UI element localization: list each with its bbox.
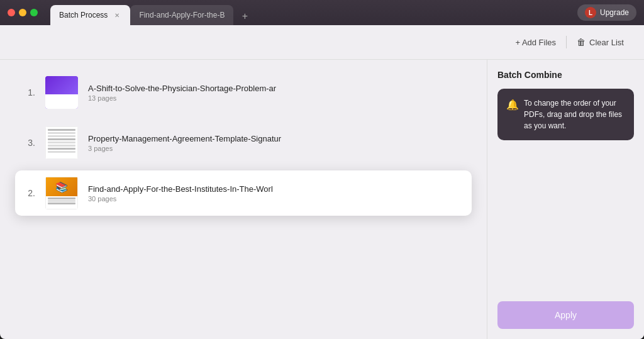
fullscreen-button[interactable] (30, 9, 38, 16)
list-item[interactable]: 1. A-Shift-to-Solve-the-Physician-Shorta… (15, 70, 472, 115)
clear-list-button[interactable]: 🗑 Clear List (569, 33, 631, 51)
tab-close-icon[interactable]: ✕ (113, 11, 121, 19)
tabs-area: Batch Process ✕ Find-and-Apply-For-the-B… (50, 0, 253, 25)
upgrade-label: Upgrade (600, 8, 629, 17)
file-list: 1. A-Shift-to-Solve-the-Physician-Shorta… (0, 60, 487, 339)
close-button[interactable] (8, 9, 15, 16)
file-pages: 30 pages (88, 195, 464, 203)
traffic-lights (8, 9, 38, 16)
file-number: 1. (23, 87, 35, 97)
file-pages: 3 pages (88, 145, 464, 152)
clear-list-label: Clear List (589, 38, 624, 47)
file-number: 3. (23, 138, 35, 148)
file-number: 2. (23, 188, 35, 198)
content-area: 1. A-Shift-to-Solve-the-Physician-Shorta… (0, 60, 644, 339)
list-item[interactable]: 3. Property-Management-Agreement-Temp (15, 120, 472, 165)
apply-button[interactable]: Apply (497, 301, 634, 329)
panel-title: Batch Combine (497, 70, 634, 80)
app-window: + Add Files 🗑 Clear List 1. A-Shift-to- (0, 25, 644, 339)
tooltip-text: To change the order of your PDFs, drag a… (524, 97, 625, 131)
file-info: A-Shift-to-Solve-the-Physician-Shortage-… (88, 84, 464, 102)
file-thumbnail (45, 76, 78, 109)
file-thumbnail (45, 126, 78, 159)
file-thumbnail (45, 177, 78, 209)
file-info: Find-and-Apply-For-the-Best-Institutes-I… (88, 184, 464, 203)
trash-icon: 🗑 (577, 37, 586, 47)
toolbar-separator (566, 36, 567, 48)
file-name: Find-and-Apply-For-the-Best-Institutes-I… (88, 184, 464, 194)
bell-icon: 🔔 (506, 97, 519, 131)
toolbar: + Add Files 🗑 Clear List (0, 25, 644, 60)
minimize-button[interactable] (19, 9, 26, 16)
tab-inactive-label: Find-and-Apply-For-the-B (139, 11, 225, 19)
add-files-button[interactable]: + Add Files (508, 34, 564, 51)
add-files-label: + Add Files (515, 38, 556, 47)
right-panel: Batch Combine 🔔 To change the order of y… (487, 60, 644, 339)
tab-find-apply[interactable]: Find-and-Apply-For-the-B (130, 5, 233, 25)
new-tab-button[interactable]: + (236, 8, 253, 25)
file-pages: 13 pages (88, 94, 464, 102)
title-bar: Batch Process ✕ Find-and-Apply-For-the-B… (0, 0, 644, 25)
file-info: Property-Management-Agreement-Template-S… (88, 134, 464, 152)
tab-active-label: Batch Process (59, 11, 108, 19)
file-name: A-Shift-to-Solve-the-Physician-Shortage-… (88, 84, 464, 93)
upgrade-button[interactable]: L Upgrade (577, 4, 636, 21)
file-name: Property-Management-Agreement-Template-S… (88, 134, 464, 143)
info-tooltip: 🔔 To change the order of your PDFs, drag… (497, 89, 634, 140)
tab-batch-process[interactable]: Batch Process ✕ (50, 5, 130, 25)
list-item[interactable]: 2. Find-and-Apply-For-the-Best-Institute… (15, 170, 472, 216)
user-avatar: L (585, 7, 596, 18)
